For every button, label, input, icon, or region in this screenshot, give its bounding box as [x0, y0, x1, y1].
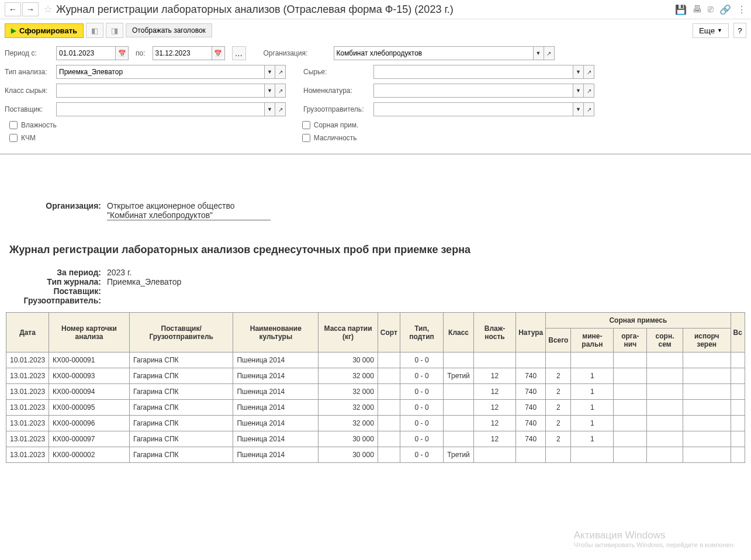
- period-to-label: по:: [136, 49, 146, 57]
- cell-supplier: Гагарина СПК: [129, 368, 233, 384]
- cell-date: 13.01.2023: [6, 400, 49, 416]
- cell-card: КХ00-000094: [49, 384, 130, 400]
- cell-type: 0 - 0: [400, 384, 443, 400]
- cell-wm: 1: [571, 368, 614, 384]
- help-button[interactable]: ?: [733, 23, 746, 38]
- weed-checkbox-input[interactable]: [302, 121, 310, 129]
- class-input[interactable]: [57, 84, 264, 97]
- generate-label: Сформировать: [19, 26, 77, 35]
- open-icon[interactable]: ↗: [583, 84, 594, 97]
- period-from-input[interactable]: [57, 47, 115, 60]
- nomen-input[interactable]: [374, 84, 573, 97]
- star-icon[interactable]: ☆: [43, 3, 53, 16]
- org-input[interactable]: [334, 47, 533, 60]
- show-header-button[interactable]: Отображать заголовок: [126, 23, 212, 37]
- kchm-checkbox-label: КЧМ: [21, 134, 36, 142]
- period-picker-button[interactable]: …: [232, 46, 246, 60]
- chevron-down-icon[interactable]: ▼: [573, 84, 583, 97]
- chevron-down-icon[interactable]: ▼: [573, 103, 583, 116]
- table-row[interactable]: 13.01.2023 КХ00-000093 Гагарина СПК Пшен…: [6, 368, 745, 384]
- nav-forward-button[interactable]: →: [22, 2, 39, 16]
- settings-button-1[interactable]: ◧: [86, 23, 103, 38]
- open-icon[interactable]: ↗: [275, 84, 285, 97]
- cell-other: [731, 400, 745, 416]
- link-icon[interactable]: 🔗: [719, 4, 731, 15]
- cell-humidity: [473, 447, 515, 463]
- chevron-down-icon[interactable]: ▼: [533, 47, 544, 60]
- cell-supplier: Гагарина СПК: [129, 447, 233, 463]
- th-weed-seeds: сорн. сем: [647, 329, 683, 352]
- more-button[interactable]: Еще ▼: [693, 23, 729, 38]
- cell-ws: [647, 447, 683, 463]
- th-date: Дата: [6, 313, 49, 352]
- report-org-value-2: "Комбинат хлебопродуктов": [107, 210, 271, 220]
- type-input[interactable]: [57, 65, 264, 78]
- cell-wp: [683, 368, 731, 384]
- open-icon[interactable]: ↗: [544, 47, 554, 60]
- th-class: Класс: [444, 313, 474, 352]
- cell-date: 13.01.2023: [6, 416, 49, 431]
- menu-icon[interactable]: ⋮: [737, 4, 746, 15]
- cell-card: КХ00-000002: [49, 447, 130, 463]
- raw-input[interactable]: [374, 65, 573, 78]
- calendar-icon[interactable]: 📅: [212, 47, 224, 60]
- table-row[interactable]: 13.01.2023 КХ00-000096 Гагарина СПК Пшен…: [6, 416, 745, 431]
- print-icon[interactable]: 🖶: [693, 4, 702, 15]
- open-icon[interactable]: ↗: [583, 103, 594, 116]
- cell-sort: [378, 416, 400, 431]
- chevron-down-icon[interactable]: ▼: [264, 103, 275, 116]
- cell-wm: 1: [571, 416, 614, 431]
- kchm-checkbox-input[interactable]: [9, 134, 18, 142]
- cell-wt: 2: [546, 368, 571, 384]
- humidity-checkbox[interactable]: Влажность: [9, 121, 57, 129]
- kchm-checkbox[interactable]: КЧМ: [9, 134, 57, 142]
- cell-humidity: 12: [473, 431, 515, 447]
- nomen-label: Номенклатура:: [303, 87, 369, 95]
- chevron-down-icon[interactable]: ▼: [264, 84, 275, 97]
- weed-checkbox[interactable]: Сорная прим.: [302, 121, 359, 129]
- supplier-input[interactable]: [57, 103, 264, 116]
- cell-mass: 32 000: [319, 368, 378, 384]
- open-icon[interactable]: ↗: [583, 65, 594, 78]
- calendar-icon[interactable]: 📅: [115, 47, 128, 60]
- th-supplier: Поставщик/ Грузоотправитель: [129, 313, 233, 352]
- cell-crop: Пшеница 2014: [233, 416, 319, 431]
- report-supplier-label: Поставщик:: [16, 286, 107, 296]
- cell-mass: 30 000: [319, 352, 378, 368]
- cell-nature: 740: [516, 431, 546, 447]
- humidity-checkbox-input[interactable]: [9, 121, 18, 129]
- period-to-input[interactable]: [153, 47, 212, 60]
- table-row[interactable]: 13.01.2023 КХ00-000095 Гагарина СПК Пшен…: [6, 400, 745, 416]
- cell-wp: [683, 416, 731, 431]
- open-icon[interactable]: ↗: [275, 65, 285, 78]
- cell-nature: [516, 447, 546, 463]
- table-row[interactable]: 10.01.2023 КХ00-000091 Гагарина СПК Пшен…: [6, 352, 745, 368]
- cell-wt: 2: [546, 431, 571, 447]
- report-title: Журнал регистрации лабораторных анализов…: [9, 244, 745, 256]
- cell-mass: 32 000: [319, 384, 378, 400]
- cell-crop: Пшеница 2014: [233, 447, 319, 463]
- shipper-input[interactable]: [374, 103, 573, 116]
- table-row[interactable]: 13.01.2023 КХ00-000002 Гагарина СПК Пшен…: [6, 447, 745, 463]
- cell-wo: [614, 352, 647, 368]
- cell-type: 0 - 0: [400, 352, 443, 368]
- cell-nature: [516, 352, 546, 368]
- humidity-checkbox-label: Влажность: [21, 121, 57, 129]
- cell-supplier: Гагарина СПК: [129, 416, 233, 431]
- nav-back-button[interactable]: ←: [5, 2, 21, 16]
- table-row[interactable]: 13.01.2023 КХ00-000094 Гагарина СПК Пшен…: [6, 384, 745, 400]
- open-icon[interactable]: ↗: [275, 103, 285, 116]
- chevron-down-icon[interactable]: ▼: [264, 65, 275, 78]
- save-icon[interactable]: 💾: [675, 4, 687, 15]
- settings-button-2[interactable]: ◨: [106, 23, 123, 38]
- cell-wt: 2: [546, 416, 571, 431]
- toolbar: ▶ Сформировать ◧ ◨ Отображать заголовок …: [0, 19, 751, 42]
- zoom-icon[interactable]: ⎚: [708, 4, 714, 15]
- table-row[interactable]: 13.01.2023 КХ00-000097 Гагарина СПК Пшен…: [6, 431, 745, 447]
- chevron-down-icon[interactable]: ▼: [573, 65, 583, 78]
- cell-crop: Пшеница 2014: [233, 431, 319, 447]
- oil-checkbox-input[interactable]: [302, 134, 310, 142]
- oil-checkbox[interactable]: Масличность: [302, 134, 359, 142]
- generate-button[interactable]: ▶ Сформировать: [5, 23, 84, 38]
- cell-wt: [546, 447, 571, 463]
